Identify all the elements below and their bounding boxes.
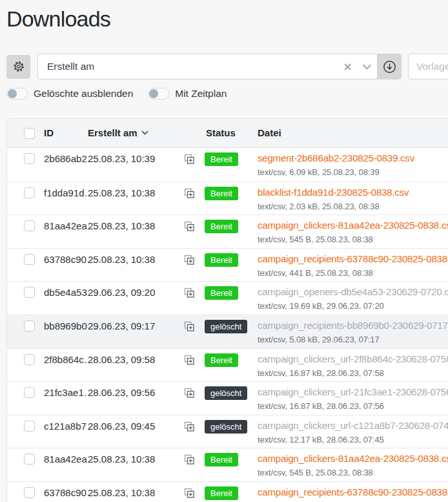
column-header-status: Status	[206, 127, 236, 138]
download-button[interactable]	[377, 54, 401, 79]
row-checkbox[interactable]	[24, 187, 35, 198]
copy-icon[interactable]	[183, 286, 196, 299]
copy-icon[interactable]	[183, 320, 196, 333]
copy-icon[interactable]	[183, 253, 196, 266]
toggle-knob	[8, 89, 17, 98]
status-badge: Bereit	[205, 152, 238, 166]
status-badge: gelöscht	[205, 320, 247, 333]
sort-chevron-icon	[141, 131, 148, 135]
file-meta: text/csv, 545 B, 25.08.23, 08:38	[258, 468, 373, 477]
copy-icon[interactable]	[183, 486, 196, 499]
row-id: 2f8b864c…	[44, 354, 94, 365]
row-checkbox[interactable]	[24, 287, 35, 298]
file-name: campaign_clickers_url-21fc3ae1-230628-07…	[258, 386, 448, 397]
chevron-down-icon	[362, 64, 372, 70]
status-badge: Bereit	[205, 486, 238, 500]
copy-icon[interactable]	[183, 353, 196, 366]
column-header-created[interactable]: Erstellt am	[88, 127, 148, 138]
status-badge: Bereit	[205, 220, 238, 233]
table-body: 2b686ab2… 25.08.23, 10:39 Bereit segment…	[7, 148, 448, 502]
status-badge: Bereit	[205, 453, 238, 466]
row-created: 25.08.23, 10:38	[88, 454, 155, 465]
row-id: f1dda91d…	[44, 187, 94, 198]
row-checkbox[interactable]	[24, 153, 35, 164]
toggle-row: Gelöschte ausblenden Mit Zeitplan	[6, 88, 227, 99]
status-badge: gelöscht	[205, 386, 247, 400]
copy-icon[interactable]	[183, 453, 196, 466]
row-created: 28.06.23, 09:56	[88, 387, 155, 398]
file-meta: text/csv, 16.87 kB, 28.06.23, 07:56	[258, 401, 384, 411]
status-badge: Bereit	[205, 187, 238, 200]
row-checkbox[interactable]	[24, 487, 35, 498]
downloads-table: ID Erstellt am Status Datei 2b686ab2… 25…	[6, 118, 448, 502]
column-header-file: Datei	[258, 127, 281, 138]
table-header: ID Erstellt am Status Datei	[7, 119, 448, 148]
filter-combobox	[37, 54, 402, 79]
file-meta: text/csv, 2.03 kB, 25.08.23, 08:38	[258, 202, 380, 211]
table-row: 2f8b864c… 28.06.23, 09:58 Bereit campaig…	[7, 348, 448, 382]
row-checkbox[interactable]	[24, 354, 35, 365]
file-meta: text/csv, 441 B, 25.08.23, 08:38	[258, 268, 373, 278]
clear-filter-button[interactable]	[338, 54, 357, 79]
filter-input[interactable]	[38, 61, 338, 72]
row-created: 29.06.23, 09:20	[88, 287, 155, 298]
table-row: db5e4a53… 29.06.23, 09:20 Bereit campaig…	[7, 281, 448, 315]
file-name[interactable]: segment-2b686ab2-230825-0839.csv	[258, 152, 414, 163]
table-row: 2b686ab2… 25.08.23, 10:39 Bereit segment…	[7, 148, 448, 182]
row-checkbox[interactable]	[24, 421, 35, 432]
table-row: 81aa42ea… 25.08.23, 10:38 Bereit campaig…	[7, 214, 448, 248]
table-row: 63788c90… 25.08.23, 10:38 Bereit campaig…	[7, 248, 448, 282]
copy-icon[interactable]	[183, 152, 196, 165]
row-checkbox[interactable]	[24, 220, 35, 231]
table-row: c121a8b7… 28.06.23, 09:45 gelöscht campa…	[7, 415, 448, 448]
file-meta: text/csv, 16.87 kB, 28.06.23, 07:58	[258, 368, 384, 378]
select-all-checkbox[interactable]	[24, 128, 35, 139]
status-badge: Bereit	[205, 286, 238, 300]
row-created: 25.08.23, 10:38	[88, 187, 155, 198]
settings-button[interactable]	[6, 55, 30, 79]
toggle-hide-deleted[interactable]	[6, 88, 28, 99]
row-created: 25.08.23, 10:38	[88, 487, 155, 498]
table-row: f1dda91d… 25.08.23, 10:38 Bereit blackli…	[7, 182, 448, 215]
file-name[interactable]: blacklist-f1dda91d-230825-0838.csv	[258, 187, 409, 198]
filter-bar	[6, 54, 402, 79]
row-checkbox[interactable]	[24, 387, 35, 398]
table-row: 81aa42ea… 25.08.23, 10:38 Bereit campaig…	[7, 448, 448, 481]
file-name: campaign_recipients-bb8969b0-230629-0717…	[258, 320, 448, 331]
row-created: 29.06.23, 09:17	[88, 320, 155, 331]
toggle-knob	[149, 89, 158, 98]
table-row: 63788c90… 25.08.23, 10:38 Bereit campaig…	[7, 481, 448, 502]
toggle-with-schedule-label: Mit Zeitplan	[175, 88, 227, 99]
row-created: 25.08.23, 10:38	[88, 220, 155, 231]
file-meta: text/csv, 12.17 kB, 28.06.23, 07:45	[258, 435, 384, 444]
file-name: campaign_openers-db5e4a53-230629-0720.cs…	[258, 286, 448, 297]
copy-icon[interactable]	[183, 420, 196, 433]
template-search-input[interactable]	[408, 54, 448, 79]
toggle-hide-deleted-label: Gelöschte ausblenden	[34, 88, 133, 99]
row-checkbox[interactable]	[24, 254, 35, 265]
row-id: 21fc3ae1…	[44, 387, 94, 398]
file-name[interactable]: campaign_recipients-63788c90-230825-0838…	[258, 253, 448, 264]
row-created: 28.06.23, 09:58	[88, 354, 155, 365]
table-row: 21fc3ae1… 28.06.23, 09:56 gelöscht campa…	[7, 381, 448, 415]
copy-icon[interactable]	[183, 220, 196, 233]
file-name[interactable]: campaign_clickers-81aa42ea-230825-0838.c…	[258, 220, 448, 231]
status-badge: gelöscht	[205, 420, 247, 434]
row-checkbox[interactable]	[24, 320, 35, 331]
clear-x-icon	[343, 63, 352, 71]
file-name[interactable]: campaign_recipients-63788c90-230825-0838…	[258, 486, 448, 497]
toggle-with-schedule[interactable]	[148, 88, 169, 99]
file-name[interactable]: campaign_clickers-81aa42ea-230825-0838.c…	[258, 453, 448, 464]
copy-icon[interactable]	[183, 386, 196, 399]
row-created: 25.08.23, 10:39	[88, 153, 155, 164]
file-name: campaign_clickers_url-c121a8b7-230628-07…	[258, 420, 448, 431]
status-badge: Bereit	[205, 353, 238, 367]
column-header-id: ID	[44, 127, 54, 138]
file-name: campaign_clickers_url-2f8b864c-230628-07…	[258, 353, 448, 364]
filter-dropdown-button[interactable]	[357, 54, 377, 79]
copy-icon[interactable]	[183, 187, 196, 200]
row-checkbox[interactable]	[24, 454, 35, 465]
table-row: bb8969b0… 29.06.23, 09:17 gelöscht campa…	[7, 315, 448, 348]
file-meta: text/csv, 19.69 kB, 29.06.23, 07:20	[258, 301, 384, 311]
file-meta: text/csv, 545 B, 25.08.23, 08:38	[258, 235, 373, 244]
